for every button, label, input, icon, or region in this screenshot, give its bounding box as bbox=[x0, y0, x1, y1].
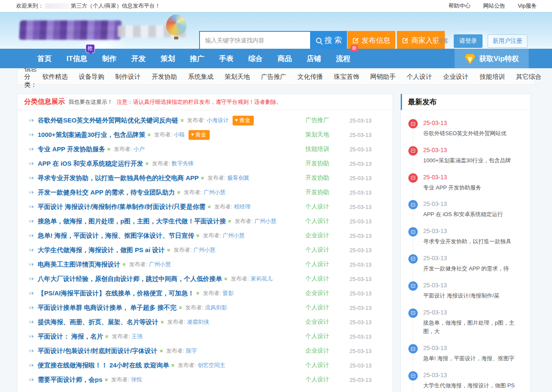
publisher-link[interactable]: 广州小慧 bbox=[149, 261, 171, 268]
publisher-link[interactable]: 小户 bbox=[133, 145, 144, 153]
latest-item[interactable]: 25-03-13 寻求专业开发协助，以打造一款独具 bbox=[408, 227, 524, 246]
publisher-link[interactable]: 广州小慧 bbox=[203, 189, 225, 196]
listing-row[interactable]: 平面设计/包装设计/封底封面设计/字体设计 发布者: 陈宇 企业设计 25-03… bbox=[17, 344, 393, 358]
listing-row[interactable]: 八年大厂设计经验，原创自由设计师，跳过中间商，个人低价接单 发布者: 茉莉花儿 … bbox=[17, 272, 393, 286]
listing-title-link[interactable]: 急单! 海报，平面设计，海报、抠图字体设计、节日宣传 bbox=[38, 232, 194, 240]
nav-item[interactable]: 首页 bbox=[37, 54, 52, 64]
category-link[interactable]: 企业设计 bbox=[305, 289, 350, 297]
category-item[interactable]: 软件精选 bbox=[42, 73, 68, 81]
register-button[interactable]: 新用户注册 bbox=[488, 34, 527, 48]
category-link[interactable]: 技能培训 bbox=[305, 145, 350, 153]
listing-title-link[interactable]: 电商美工主图详情页海报设计 bbox=[38, 261, 120, 269]
listing-title-link[interactable]: 需要平面设计师，会ps bbox=[38, 376, 103, 384]
category-item[interactable]: 制作设计 bbox=[115, 73, 141, 81]
listing-title-link[interactable]: 平面设计： 海报，名片 bbox=[38, 333, 103, 341]
listing-title-link[interactable]: APP 在 iOS 和安卓系统稳定运行开发 bbox=[38, 160, 143, 168]
category-item[interactable]: 设备导购 bbox=[79, 73, 104, 81]
category-link[interactable]: 企业设计 bbox=[305, 232, 350, 239]
publisher-link[interactable]: 创艺空间主 bbox=[197, 361, 225, 369]
listing-row[interactable]: 寻求专业开发协助，以打造一款独具特色的社交电商 APP 发布者: 极客创翼 开发… bbox=[17, 171, 393, 185]
search-input[interactable] bbox=[199, 31, 311, 50]
listing-row[interactable]: 平面设计接单群 电商设计接单， 单子超多 接不完 发布者: 流风剑影 个人设计 … bbox=[17, 300, 393, 315]
listing-row[interactable]: 急单! 海报，平面设计，海报、抠图字体设计、节日宣传 发布者: 广州小慧 企业设… bbox=[17, 228, 393, 243]
category-link[interactable]: 开发协助 bbox=[305, 160, 350, 167]
publisher-link[interactable]: 广州小慧 bbox=[193, 246, 215, 254]
listing-title-link[interactable]: 八年大厂设计经验，原创自由设计师，跳过中间商，个人低价接单 bbox=[38, 275, 222, 283]
latest-item[interactable]: 25-03-13 开发一款健身社交 APP 的需求，待 bbox=[408, 254, 524, 273]
listing-title-link[interactable]: 接急单，做海报，图片处理，p图，主图，大学生代做！平面设计接 bbox=[38, 217, 226, 225]
search-button[interactable]: 搜 索 bbox=[311, 31, 347, 50]
latest-item-text[interactable]: 大学生代做海报，海报设计，做图 PS bbox=[423, 381, 524, 390]
listing-row[interactable]: 平面设计 海报设计/海报制作/菜单制作/封面设计/只要是你需 发布者: 程经理 … bbox=[17, 200, 393, 214]
latest-item[interactable]: 25-03-13 平面设计 海报设计/海报制作/菜 bbox=[408, 281, 524, 300]
vip-privilege-button[interactable]: V 获取Vip特权 bbox=[455, 49, 529, 68]
login-button[interactable]: 请登录 bbox=[454, 34, 483, 48]
category-item[interactable]: 策划天地 bbox=[225, 73, 250, 81]
latest-item[interactable]: 25-03-13 谷歌外链SEO英文外链外贸网站优 bbox=[408, 119, 524, 138]
listing-row[interactable]: 电商美工主图详情页海报设计 发布者: 广州小慧 个人设计 25-03-13 bbox=[17, 257, 393, 272]
listing-title-link[interactable]: 专业 APP 开发协助服务 bbox=[38, 145, 105, 153]
latest-item[interactable]: 25-03-13 专业 APP 开发协助服务 bbox=[408, 173, 524, 192]
category-link[interactable]: 个人设计 bbox=[305, 304, 350, 311]
category-link[interactable]: 个人设计 bbox=[305, 261, 350, 268]
latest-item-text[interactable]: 专业 APP 开发协助服务 bbox=[423, 183, 524, 192]
latest-item-text[interactable]: 平面设计 海报设计/海报制作/菜 bbox=[423, 292, 524, 300]
listing-row[interactable]: 【PS/AI海报平面设计】在线接单，价格便宜，可加急！ 发布者: 晋影 企业设计… bbox=[17, 286, 393, 300]
category-item[interactable]: 广告推广 bbox=[261, 73, 286, 81]
latest-item[interactable]: 25-03-13 急单! 海报，平面设计，海报、抠图字 bbox=[408, 344, 524, 363]
latest-item-text[interactable]: APP 在 iOS 和安卓系统稳定运行 bbox=[423, 210, 524, 219]
listing-row[interactable]: 需要平面设计师，会ps 发布者: 张悦 个人设计 25-03-13 bbox=[17, 373, 393, 387]
category-item[interactable]: 企业设计 bbox=[443, 73, 469, 81]
nav-item[interactable]: 手表 bbox=[219, 54, 233, 64]
publisher-link[interactable]: 王强 bbox=[132, 333, 143, 340]
category-item[interactable]: 系统集成 bbox=[188, 73, 214, 81]
listing-row[interactable]: 大学生代做海报，海报设计，做图 PS ai 设计 发布者: 广州小慧 个人设计 … bbox=[17, 243, 393, 257]
listing-title-link[interactable]: 大学生代做海报，海报设计，做图 PS ai 设计 bbox=[38, 246, 165, 254]
category-link[interactable]: 广告推广 bbox=[305, 117, 350, 124]
latest-item[interactable]: 25-03-13 1000+策划案涵盖30行业，包含品牌 bbox=[408, 146, 524, 165]
category-item[interactable]: 珠宝首饰 bbox=[334, 73, 359, 81]
listing-title-link[interactable]: 寻求专业开发协助，以打造一款独具特色的社交电商 APP bbox=[38, 174, 199, 182]
publisher-link[interactable]: 凌霜剑侠 bbox=[187, 318, 209, 326]
category-link[interactable]: 个人设计 bbox=[305, 246, 350, 254]
nav-item[interactable]: 制作 bbox=[102, 54, 117, 64]
nav-item[interactable]: 推广 bbox=[190, 54, 204, 64]
listing-row[interactable]: 提供海报、画册、折页、展架、名片等设计 发布者: 凌霜剑侠 企业设计 25-03… bbox=[17, 315, 393, 329]
listing-title-link[interactable]: 提供海报、画册、折页、展架、名片等设计 bbox=[38, 318, 158, 326]
category-item[interactable]: 开发协助 bbox=[152, 73, 177, 81]
category-item[interactable]: 其它综合 bbox=[516, 73, 541, 81]
category-link[interactable]: 个人设计 bbox=[305, 203, 350, 211]
category-link[interactable]: 个人设计 bbox=[305, 361, 350, 369]
nav-item[interactable]: 店铺 bbox=[307, 54, 321, 64]
publisher-link[interactable]: 陈宇 bbox=[186, 347, 197, 355]
publisher-link[interactable]: 张悦 bbox=[131, 376, 142, 384]
publisher-link[interactable]: 流风剑影 bbox=[205, 304, 227, 311]
nav-item[interactable]: IT信息 bbox=[67, 54, 87, 64]
listing-row[interactable]: 1000+策划案涵盖30行业，包含品牌策 发布者: 小猫 黄金 策划天地 25-… bbox=[17, 128, 393, 142]
latest-item[interactable]: 25-03-13 大学生代做海报，海报设计，做图 PS bbox=[408, 371, 524, 390]
category-link[interactable]: 企业设计 bbox=[305, 318, 350, 326]
publisher-link[interactable]: 程经理 bbox=[234, 203, 250, 211]
latest-item-text[interactable]: 急单! 海报，平面设计，海报、抠图字 bbox=[423, 354, 524, 363]
topbar-link[interactable]: 帮助中心 bbox=[448, 2, 470, 10]
listing-row[interactable]: 平面设计： 海报，名片 发布者: 王强 个人设计 25-03-13 bbox=[17, 329, 393, 344]
latest-item[interactable]: 25-03-13 接急单，做海报，图片处理，p图，主图，大 bbox=[408, 308, 524, 336]
publisher-link[interactable]: 广州小慧 bbox=[255, 217, 277, 225]
listing-title-link[interactable]: 1000+策划案涵盖30行业，包含品牌策 bbox=[38, 131, 145, 139]
category-link[interactable]: 个人设计 bbox=[305, 217, 350, 225]
topbar-link[interactable]: Vip服务 bbox=[518, 2, 537, 10]
latest-item-text[interactable]: 接急单，做海报，图片处理，p图，主图，大 bbox=[423, 319, 524, 336]
listing-row[interactable]: APP 在 iOS 和安卓系统稳定运行开发 发布者: 数字先锋 开发协助 25-… bbox=[17, 156, 393, 171]
category-link[interactable]: 个人设计 bbox=[305, 275, 350, 283]
publisher-link[interactable]: 广州小慧 bbox=[223, 232, 245, 239]
category-link[interactable]: 企业设计 bbox=[305, 347, 350, 355]
listing-title-link[interactable]: 开发一款健身社交 APP 的需求，待专业团队助力 bbox=[38, 189, 175, 197]
publisher-link[interactable]: 晋影 bbox=[223, 289, 234, 297]
category-link[interactable]: 个人设计 bbox=[305, 333, 350, 340]
nav-item[interactable]: 流程 bbox=[336, 54, 350, 64]
category-link[interactable]: 开发协助 bbox=[305, 174, 350, 182]
latest-item-text[interactable]: 寻求专业开发协助，以打造一款独具 bbox=[423, 237, 524, 246]
site-logo-censored[interactable] bbox=[19, 17, 189, 42]
category-item[interactable]: 文化传播 bbox=[297, 73, 323, 81]
publisher-link[interactable]: 极客创翼 bbox=[227, 174, 249, 182]
